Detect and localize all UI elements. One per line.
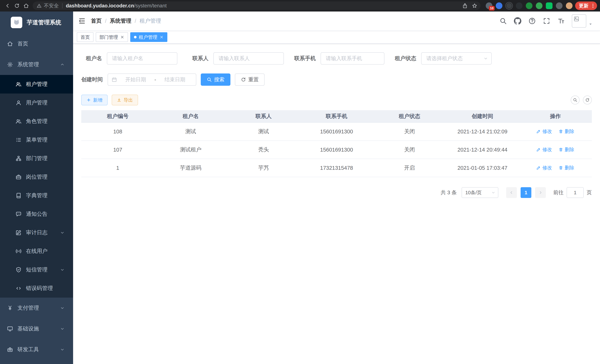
browser-back-button[interactable]: [3, 1, 12, 10]
sidebar-logo[interactable]: 芋道管理系统: [0, 11, 73, 33]
sidebar-item-payment-management[interactable]: 支付管理: [0, 298, 73, 318]
tab-tenant-management[interactable]: 租户管理: [130, 32, 167, 42]
user-avatar-menu[interactable]: [572, 14, 593, 28]
tenant-name-label: 租户名: [81, 55, 102, 62]
sidebar-item-audit-log[interactable]: 审计日志: [0, 223, 73, 242]
search-button[interactable]: 搜索: [201, 74, 230, 86]
extension-icon-7[interactable]: [546, 2, 553, 9]
edit-button[interactable]: 修改: [536, 146, 552, 153]
bookmark-star-button[interactable]: [470, 2, 479, 10]
cell-tenant-name: 测试租户: [154, 141, 227, 159]
add-button[interactable]: 新增: [81, 95, 108, 105]
extension-icon-6[interactable]: [536, 2, 543, 9]
github-link[interactable]: [514, 17, 521, 25]
font-size-button[interactable]: [557, 17, 565, 25]
tab-dept-management[interactable]: 部门管理: [96, 32, 128, 42]
date-range-separator: -: [154, 77, 156, 83]
sidebar-item-home[interactable]: 首页: [0, 33, 73, 54]
extensions-tray: 10: [486, 2, 572, 9]
help-button[interactable]: [528, 17, 536, 25]
sidebar-toggle-button[interactable]: [73, 11, 91, 31]
reset-button[interactable]: 重置: [235, 74, 264, 86]
sidebar-item-online-users[interactable]: 在线用户: [0, 242, 73, 261]
goto-page-input[interactable]: [567, 187, 584, 198]
chevron-down-icon: [484, 56, 488, 61]
sidebar-item-infrastructure[interactable]: 基础设施: [0, 318, 73, 339]
sidebar-item-tenant-management[interactable]: 租户管理: [0, 75, 73, 93]
sidebar-item-role-management[interactable]: 角色管理: [0, 112, 73, 131]
close-icon[interactable]: [159, 35, 164, 39]
sidebar-item-system-management[interactable]: 系统管理: [0, 54, 73, 75]
delete-button[interactable]: 删除: [559, 165, 574, 171]
sidebar-item-notice[interactable]: 通知公告: [0, 205, 73, 223]
sidebar-item-dict-management[interactable]: 字典管理: [0, 186, 73, 205]
table-body: 108 测试 测试 15601691300 关闭 2021-12-14 21:0…: [81, 122, 592, 177]
arrow-left-icon: [5, 3, 10, 9]
cell-contact: 测试: [227, 122, 300, 141]
edit-label: 修改: [542, 146, 552, 153]
breadcrumb-system-management[interactable]: 系统管理: [110, 17, 131, 25]
page-number-button[interactable]: 1: [521, 187, 531, 198]
filter-status: 租户状态 请选择租户状态: [395, 52, 492, 65]
extension-icon-5[interactable]: [526, 2, 533, 9]
create-time-range-picker[interactable]: 开始日期 - 结束日期: [108, 74, 196, 86]
toggle-search-button[interactable]: [571, 95, 580, 104]
cell-create-time: 2021-12-14 20:49:44: [446, 141, 519, 159]
main-area: 首页 / 系统管理 / 租户管理 首页: [73, 11, 600, 364]
sidebar-item-menu-management[interactable]: 菜单管理: [0, 131, 73, 149]
cell-create-time: 2021-12-14 21:02:09: [446, 122, 519, 141]
gear-icon: [7, 62, 13, 67]
address-bar[interactable]: 不安全 dashboard.yudao.iocoder.cn/system/te…: [33, 1, 480, 10]
edit-button[interactable]: 修改: [536, 165, 552, 171]
delete-button[interactable]: 删除: [559, 146, 574, 153]
plus-icon: [86, 98, 91, 102]
edit-label: 修改: [542, 128, 552, 135]
sidebar-item-error-code-management[interactable]: 错误码管理: [0, 279, 73, 298]
extension-icon-4[interactable]: [516, 2, 523, 9]
edit-button[interactable]: 修改: [536, 128, 552, 135]
extension-icon-1[interactable]: 10: [486, 2, 492, 9]
table-toolbar: 新增 导出: [81, 95, 592, 105]
extension-icon-3[interactable]: [506, 2, 512, 9]
fullscreen-button[interactable]: [543, 17, 550, 25]
sidebar-item-sms-management[interactable]: 短信管理: [0, 261, 73, 279]
next-page-button[interactable]: [535, 187, 546, 198]
extension-icon-2[interactable]: [496, 2, 502, 9]
page-size-select[interactable]: 10条/页: [462, 187, 498, 198]
omnibox-divider: [62, 3, 63, 8]
status-select[interactable]: 请选择租户状态: [421, 52, 492, 65]
security-chip[interactable]: 不安全: [37, 2, 59, 9]
cell-tenant-id: 1: [81, 159, 154, 177]
extension-icon-8[interactable]: [556, 2, 562, 9]
sidebar-item-dept-management[interactable]: 部门管理: [0, 149, 73, 168]
chevron-down-icon: [60, 327, 65, 331]
start-date-placeholder: 开始日期: [118, 76, 153, 83]
list-icon: [16, 137, 21, 143]
goto-page: 前往 页: [553, 187, 592, 198]
refresh-table-button[interactable]: [583, 95, 592, 104]
system-management-submenu: 租户管理 用户管理 角色管理 菜单管理 部门管理 岗位管理: [0, 75, 73, 298]
mobile-input[interactable]: [321, 52, 384, 65]
header-search-button[interactable]: [499, 17, 507, 25]
sidebar-item-dev-tools[interactable]: 研发工具: [0, 339, 73, 360]
delete-button[interactable]: 删除: [559, 128, 574, 135]
browser-reload-button[interactable]: [12, 1, 21, 10]
profile-avatar-icon[interactable]: [566, 2, 572, 9]
browser-update-button[interactable]: 更新: [575, 1, 597, 10]
share-button[interactable]: [461, 2, 469, 10]
close-icon[interactable]: [120, 35, 124, 39]
sidebar-item-post-management[interactable]: 岗位管理: [0, 168, 73, 186]
url-domain: dashboard.yudao.iocoder.cn: [66, 3, 134, 9]
tab-home[interactable]: 首页: [77, 32, 94, 42]
cell-tenant-id: 108: [81, 122, 154, 141]
chevron-down-icon: [60, 268, 65, 272]
contact-input[interactable]: [213, 52, 284, 65]
export-button[interactable]: 导出: [112, 95, 138, 105]
prev-page-button[interactable]: [506, 187, 517, 198]
fullscreen-icon: [543, 17, 550, 25]
breadcrumb-home[interactable]: 首页: [91, 17, 102, 25]
browser-home-button[interactable]: [21, 1, 31, 10]
tenant-name-input[interactable]: [107, 52, 177, 65]
column-actions: 操作: [519, 110, 592, 122]
sidebar-item-user-management[interactable]: 用户管理: [0, 93, 73, 112]
